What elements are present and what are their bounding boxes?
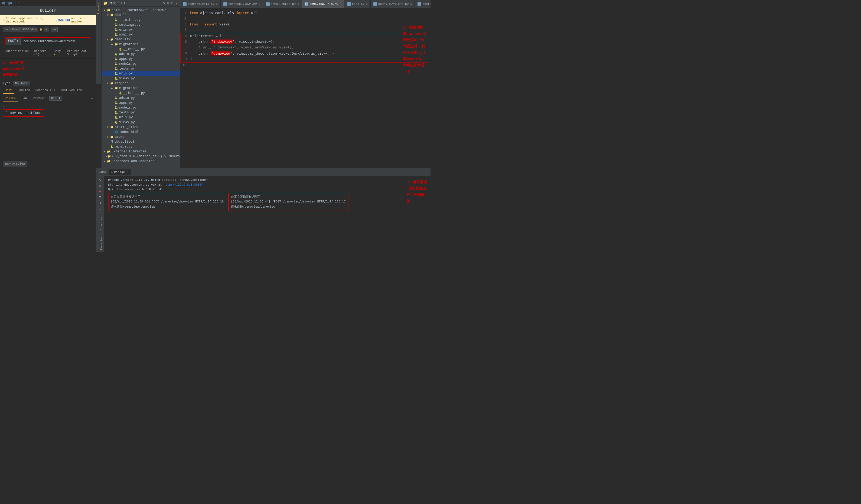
py-file-icon: py (183, 2, 187, 6)
tree-item[interactable]: 🐍 __init__.py (101, 18, 180, 23)
console-output: Django version 1.11.11, using settings '… (96, 176, 430, 213)
close-tab-icon[interactable]: ✕ (216, 2, 218, 6)
tree-item[interactable]: ▶ 📁 migrations (101, 42, 180, 47)
format-preview[interactable]: Preview (31, 95, 47, 101)
restart-button[interactable]: ↻ (97, 177, 103, 182)
close-panel-icon[interactable]: ✕ (176, 1, 178, 5)
close-tab-icon[interactable]: ✕ (340, 2, 341, 6)
split-icon[interactable]: ⇅ (167, 1, 169, 5)
tree-item[interactable]: 🐍 wsgi.py (101, 32, 180, 37)
tab-body[interactable]: Body ● (51, 48, 65, 58)
tree-item[interactable]: 🐍 urls.py (101, 115, 180, 120)
tree-item-users[interactable]: ▶ 📁 users (101, 135, 180, 139)
scroll-up-button[interactable]: ▲ (97, 183, 103, 188)
tree-item[interactable]: 🐍 settings.py (101, 23, 180, 27)
tree-item[interactable]: 🐍 manage.py (101, 144, 180, 149)
console-tab-manage[interactable]: ▶ manage ✕ (109, 169, 131, 175)
tab-demo02-urls[interactable]: py demo02/urls.py ✕ (263, 0, 302, 8)
close-tab-icon[interactable]: ✕ (297, 2, 299, 6)
tree-item[interactable]: 🐍 views.py (101, 76, 180, 81)
tree-item[interactable]: ▼ 📁 demo02 (101, 13, 180, 18)
close-console-tab-icon[interactable]: ✕ (127, 170, 128, 173)
tab-base[interactable]: py base.py ✕ (344, 0, 371, 8)
settings-icon[interactable]: ⚙ (163, 1, 165, 5)
tab-body-resp[interactable]: Body (3, 87, 14, 94)
tree-item[interactable]: 🐍 __init__.py (101, 47, 180, 52)
format-pretty[interactable]: Pretty (3, 95, 18, 101)
tree-item[interactable]: 🐍 models.py (101, 61, 180, 66)
tree-item[interactable]: ▼ 📁 demoview (101, 37, 180, 42)
console-controls: ↻ ▲ ■ ▼ ⏸ ↓↓ 2: Structure 3: Favorites (96, 176, 104, 252)
side-tab-strip: 1: Project (96, 0, 101, 84)
format-type-select[interactable]: HTML ▼ (49, 96, 62, 101)
tree-item[interactable]: ▼ 📁 External Libraries (101, 149, 180, 154)
server-link[interactable]: http://127.0.0.1:8000/ (164, 183, 203, 186)
close-tab-icon[interactable]: ✕ (410, 2, 412, 6)
tree-item-urls-selected[interactable]: 🐍 urls.py (101, 71, 180, 76)
tree-item[interactable]: 🗄 db.sqlite3 (101, 139, 180, 144)
tree-item[interactable]: 🐍 tests.py (101, 66, 180, 71)
tree-item[interactable]: 🐍 apps.py (101, 57, 180, 61)
annotation-1: 1. 给路由中 的 as_view() 函数添加上装 饰器之后, 我 们会发现,… (403, 24, 428, 75)
tab-headers-resp[interactable]: Headers (5) (33, 87, 57, 94)
tab-headers[interactable]: Headers (1) (31, 48, 51, 58)
tree-item[interactable]: 🐍 models.py (101, 105, 180, 110)
auth-row: Type No Auth (0, 80, 96, 87)
tree-item[interactable]: 🐍 views.py (101, 120, 180, 125)
close-tab-icon[interactable]: ✕ (366, 2, 368, 6)
more-options-button[interactable]: ••• (51, 27, 58, 32)
tree-item[interactable]: ▼ 📁 static_files (101, 125, 180, 130)
tree-item[interactable]: ▶ 📁 migrations (101, 86, 180, 91)
code-line-8: 8 url(r'^demoview', views.my_decoration(… (181, 50, 428, 57)
close-tab-icon[interactable]: ✕ (259, 2, 260, 6)
pause-button[interactable]: ⏸ (97, 200, 103, 206)
download-link[interactable]: Download (56, 18, 70, 22)
stop-button[interactable]: ■ (97, 189, 103, 194)
side-tab-project[interactable]: 1: Project (96, 1, 101, 20)
tree-item[interactable]: ▼ 📁 reqresp (101, 81, 180, 86)
tree-item[interactable]: 🐍 tests.py (101, 110, 180, 115)
py-file-icon: py (305, 2, 309, 6)
tab-tests[interactable]: py tests... ✕ (415, 0, 430, 8)
tree-item[interactable]: 🐍 apps.py (101, 100, 180, 105)
tree-item[interactable]: 🌐 index.html (101, 130, 180, 135)
gear-icon[interactable]: ⊟ (171, 1, 173, 5)
wrap-icon[interactable]: ≡ (91, 96, 93, 101)
tab-authorization[interactable]: Authorization (3, 48, 31, 58)
folder-icon: 📁 (104, 1, 108, 5)
tab-cookies[interactable]: Cookies (15, 87, 32, 94)
auth-type-label: Type (3, 82, 11, 85)
tree-item[interactable]: ▶ 📁 < Python 3.6 (django_ee02) > /Users/… (101, 154, 180, 159)
tree-item[interactable]: ▶ 📁 Scratches and Consoles (101, 159, 180, 164)
tab-reqresp-views[interactable]: py reqresp/views.py ✕ (221, 0, 263, 8)
code-line-10: 10 (180, 62, 430, 68)
url-input[interactable] (20, 38, 90, 45)
file-tree-panel: 📁 Project ▼ ⚙ ⇅ ⊟ ✕ ▼ 📁 demo02 ~/Desktop… (101, 0, 180, 168)
auth-type-value[interactable]: No Auth (13, 81, 30, 86)
py-file-icon: py (347, 2, 351, 6)
run-icon: ▶ (111, 170, 113, 174)
tree-item[interactable]: ▼ 📁 demo02 ~/Desktop/ee02/demo02 (101, 8, 180, 13)
file-tree: ▼ 📁 demo02 ~/Desktop/ee02/demo02 ▼ 📁 dem… (101, 7, 180, 168)
tree-item[interactable]: 🐍 urls.py (101, 27, 180, 32)
tab-pre-request[interactable]: Pre-request Script (65, 48, 93, 58)
tab-reqresp-urls[interactable]: py reqresp/urls.py ✕ (180, 0, 221, 8)
format-raw[interactable]: Raw (19, 95, 29, 101)
add-tab-button[interactable]: + (44, 27, 49, 32)
annotation-2: 2. 分别使用 get和post方 法来访问 (0, 58, 96, 80)
tree-item[interactable]: 🐍 admin.py (101, 96, 180, 100)
method-dropdown[interactable]: POST ▼ (6, 38, 20, 45)
tab-demoview-urls[interactable]: py demoview/urls.py ✕ (302, 0, 344, 8)
scroll-down-button[interactable]: ▼ (97, 194, 103, 199)
builder-header: Builder (0, 6, 96, 15)
tree-item[interactable]: 🐍 admin.py (101, 52, 180, 57)
py-file-icon: py (418, 2, 421, 6)
tab-demoview-views[interactable]: py demoview/views.py ✕ (371, 0, 415, 8)
annotation-3: 3. 都可以访 问到,而且会 经过装饰器过 滤 (407, 179, 428, 205)
favorites-tab[interactable]: 3: Favorites (97, 232, 104, 251)
structure-tab[interactable]: 2: Structure (97, 212, 104, 231)
tree-item[interactable]: 🐍 __init__.py (101, 91, 180, 96)
response-body-area: 1 DemoView postfunc (0, 103, 96, 252)
scroll-end-button[interactable]: ↓↓ (97, 206, 103, 211)
tab-test-results[interactable]: Test Results (58, 87, 84, 94)
